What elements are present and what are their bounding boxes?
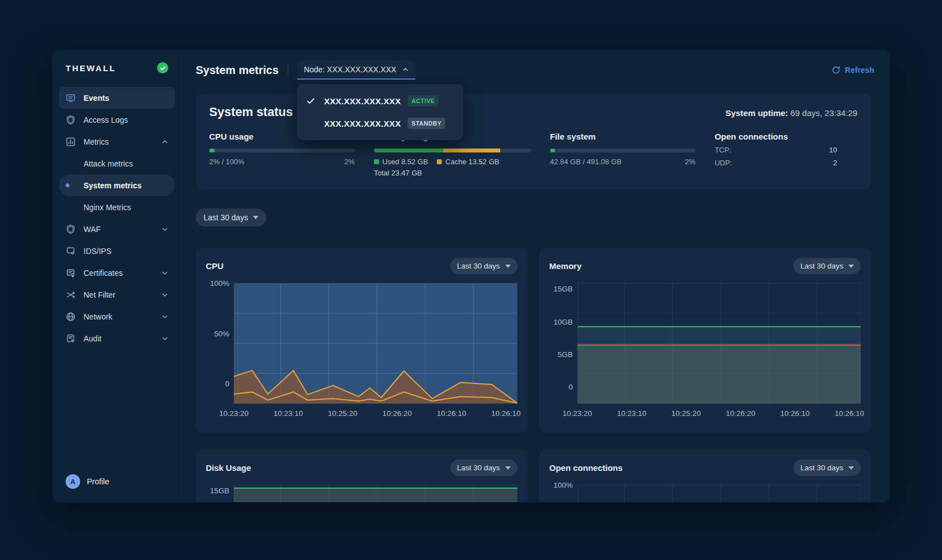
memory-chart-plot [578, 283, 861, 404]
caret-down-icon [848, 466, 854, 470]
active-dot-icon [66, 183, 76, 187]
memory-total: Total 23.47 GB [374, 169, 531, 177]
connections-chart-card: Open connections Last 30 days 100% 10:23… [539, 450, 871, 502]
chevron-down-icon [161, 291, 168, 298]
node-ip: XXX.XXX.XXX.XXX [324, 119, 401, 128]
file-system-title: File system [550, 132, 696, 141]
memory-x-axis: 10:23:2010:23:1010:25:2010:26:2010:26:10… [578, 409, 861, 420]
node-selector-label: Node: XXX.XXX.XXX.XXX [304, 65, 396, 74]
x-tick-label: 10:26:10 [834, 409, 864, 418]
chevron-up-icon [402, 66, 409, 73]
profile-button[interactable]: A Profile [59, 471, 175, 492]
node-dropdown-menu: XXX.XXX.XXX.XXX ACTIVE XXX.XXX.XXX.XXX S… [297, 84, 463, 140]
cpu-chart-card: CPU Last 30 days 100%50%0 10:23:2010:23:… [196, 248, 528, 433]
content-area: System status System uptime: 69 days, 23… [196, 94, 871, 502]
memory-used-legend: Used 8.52 GB [374, 158, 428, 166]
sidebar-item-label: Metrics [84, 137, 109, 146]
y-tick-label: 50% [214, 329, 229, 337]
connections-range-filter[interactable]: Last 30 days [793, 460, 861, 476]
main-header: System metrics Node: XXX.XXX.XXX.XXX XXX… [196, 50, 890, 90]
sidebar-item-system-metrics[interactable]: System metrics [59, 174, 175, 196]
certificate-icon [66, 268, 76, 278]
sidebar-item-net-filter[interactable]: Net Filter [59, 284, 175, 306]
brand-name: THEWALL [66, 63, 116, 73]
sidebar-item-label: Net Filter [84, 290, 116, 299]
monitor-alert-icon [66, 246, 76, 256]
chevron-down-icon [161, 313, 168, 320]
refresh-icon [832, 66, 841, 75]
bar-chart-icon [66, 137, 76, 147]
shield-icon [66, 224, 76, 234]
sidebar-item-ids-ips[interactable]: IDS/IPS [59, 240, 175, 262]
memory-range-filter[interactable]: Last 30 days [793, 258, 861, 274]
time-range-filter[interactable]: Last 30 days [196, 209, 266, 226]
sidebar-item-label: Certificates [84, 269, 123, 277]
connections-y-axis: 100% [550, 485, 578, 502]
sidebar-item-label: Audit [84, 334, 101, 343]
used-swatch [374, 159, 379, 164]
open-connections-metric: Open connections TCP: 10 UDP: 2 [714, 132, 857, 177]
x-tick-label: 10:26:20 [382, 409, 412, 418]
disk-range-filter[interactable]: Last 30 days [450, 460, 518, 476]
y-tick-label: 15GB [210, 487, 229, 495]
sidebar-item-certificates[interactable]: Certificates [59, 262, 175, 284]
node-option-standby[interactable]: XXX.XXX.XXX.XXX STANDBY [297, 112, 463, 135]
sidebar-item-network[interactable]: Network [59, 306, 175, 327]
sidebar-item-label: Events [84, 94, 109, 103]
chevron-down-icon [161, 226, 168, 233]
y-tick-label: 0 [569, 382, 573, 391]
sidebar-item-label: Access Logs [84, 115, 128, 124]
x-tick-label: 10:26:10 [780, 409, 810, 418]
tcp-value: 10 [829, 146, 837, 154]
cpu-x-axis: 10:23:2010:23:1010:25:2010:26:2010:26:10… [234, 409, 518, 420]
page-title: System metrics [196, 64, 279, 77]
udp-value: 2 [833, 159, 837, 167]
check-icon [306, 96, 316, 105]
disk-chart-title: Disk Usage [206, 463, 251, 473]
memory-cache-legend: Cache 13.52 GB [437, 158, 499, 166]
system-status-title: System status [209, 105, 293, 119]
x-tick-label: 10:25:20 [671, 409, 701, 418]
node-option-active[interactable]: XXX.XXX.XXX.XXX ACTIVE [297, 90, 463, 112]
cpu-range-filter[interactable]: Last 30 days [450, 258, 518, 274]
sidebar-item-audit[interactable]: Audit [59, 327, 175, 349]
events-icon [66, 93, 76, 103]
file-system-percent: 2% [685, 158, 696, 166]
sidebar-item-waf[interactable]: WAF [59, 218, 175, 240]
memory-y-axis: 15GB10GB5GB0 [550, 283, 578, 404]
sidebar-item-label: Attack metrics [84, 159, 133, 168]
cpu-usage-bar [209, 149, 355, 152]
file-system-ratio: 42.84 GB / 491.08 GB [550, 158, 622, 166]
refresh-button[interactable]: Refresh [832, 66, 874, 75]
active-badge: ACTIVE [408, 95, 439, 107]
chevron-down-icon [161, 335, 168, 342]
node-ip: XXX.XXX.XXX.XXX [324, 96, 401, 106]
y-tick-label: 100% [553, 481, 573, 489]
connections-chart-title: Open connections [550, 463, 623, 473]
cpu-chart-plot [234, 283, 518, 404]
profile-label: Profile [87, 477, 109, 486]
cache-swatch [437, 159, 442, 164]
sidebar-item-label: IDS/IPS [84, 247, 112, 256]
refresh-label: Refresh [845, 66, 874, 75]
sidebar-item-nginx-metrics[interactable]: Nginx Metrics [59, 196, 175, 218]
cpu-usage-percent: 2% [344, 158, 355, 166]
y-tick-label: 100% [210, 279, 229, 288]
sidebar-item-metrics[interactable]: Metrics [59, 131, 175, 152]
caret-down-icon [505, 265, 511, 268]
disk-chart-card: Disk Usage Last 30 days 15GB 10:23:2010:… [196, 450, 528, 502]
tcp-label: TCP: [714, 146, 731, 154]
sidebar-item-attack-metrics[interactable]: Attack metrics [59, 152, 175, 174]
sidebar-item-access-logs[interactable]: Access Logs [59, 109, 175, 131]
sidebar-item-label: WAF [84, 225, 101, 234]
y-tick-label: 15GB [553, 285, 573, 293]
globe-icon [66, 312, 76, 322]
status-ok-icon [157, 62, 168, 73]
avatar: A [66, 474, 80, 489]
chevron-up-icon [161, 138, 168, 145]
cpu-chart-title: CPU [206, 261, 224, 271]
sidebar-item-events[interactable]: Events [59, 87, 175, 109]
node-selector-button[interactable]: Node: XXX.XXX.XXX.XXX [297, 61, 415, 80]
tcp-row: TCP: 10 [714, 146, 857, 154]
x-tick-label: 10:23:10 [617, 409, 647, 418]
